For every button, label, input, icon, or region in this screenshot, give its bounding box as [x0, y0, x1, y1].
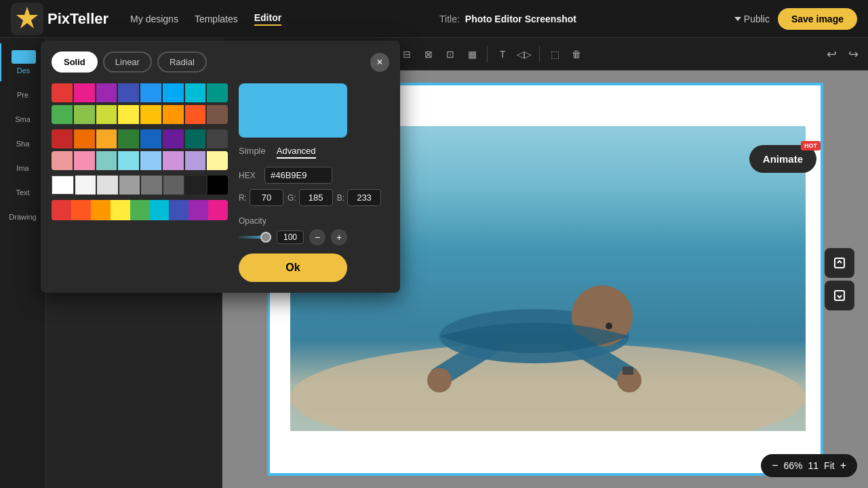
zoom-in-button[interactable]: +: [840, 460, 846, 472]
nav-my-designs[interactable]: My designs: [130, 14, 178, 24]
swatch-lightgreen[interactable]: [74, 105, 95, 124]
swatch-pastelcyan[interactable]: [118, 151, 139, 170]
swatch-lightblue[interactable]: [163, 83, 184, 102]
r-input[interactable]: [250, 189, 283, 206]
g-input[interactable]: [299, 189, 333, 206]
hex-input[interactable]: [264, 167, 332, 184]
swatch-purple[interactable]: [96, 83, 117, 102]
swatch-yellow[interactable]: [118, 105, 139, 124]
flip-tool[interactable]: ◁▷: [515, 45, 534, 64]
color-preview[interactable]: [239, 83, 347, 138]
align-right-tool[interactable]: ⊟: [397, 45, 416, 64]
swatch-darkred[interactable]: [52, 129, 73, 148]
b-box: B:: [337, 189, 381, 206]
expand-down-icon: [833, 289, 846, 302]
separator3: [539, 46, 540, 62]
opacity-increase-button[interactable]: +: [331, 229, 347, 245]
save-image-button[interactable]: Save image: [778, 8, 857, 30]
swatch-darkyellow[interactable]: [96, 129, 117, 148]
sidebar-item-drawing[interactable]: Drawing: [0, 206, 45, 228]
sidebar-item-shapes[interactable]: Sha: [0, 133, 45, 155]
swatch-gray500[interactable]: [119, 176, 140, 195]
swatch-pastelpurple[interactable]: [163, 151, 184, 170]
sidebar-item-smart[interactable]: Sma: [0, 108, 45, 130]
advanced-tab-link[interactable]: Advanced: [277, 146, 316, 159]
opacity-decrease-button[interactable]: −: [309, 229, 326, 245]
swatch-indigo[interactable]: [118, 83, 139, 102]
swatch-darkorange[interactable]: [74, 129, 95, 148]
swatch-gray300[interactable]: [97, 176, 118, 195]
swatch-pastelviolet[interactable]: [185, 151, 206, 170]
swatch-darkpurple[interactable]: [163, 129, 184, 148]
nav-templates[interactable]: Templates: [195, 14, 238, 24]
swatch-pink[interactable]: [74, 83, 95, 102]
swatch-lime[interactable]: [96, 105, 117, 124]
swatch-white[interactable]: [52, 176, 74, 195]
align-bottom-tool[interactable]: ▦: [462, 45, 481, 64]
redo-button[interactable]: ↪: [844, 45, 863, 64]
radial-tab[interactable]: Radial: [157, 52, 207, 73]
swatch-darkblue[interactable]: [140, 129, 161, 148]
gradient-swatch-row[interactable]: [52, 200, 228, 220]
text-tool[interactable]: T: [493, 45, 512, 64]
swatch-gray100[interactable]: [75, 176, 96, 195]
opacity-slider[interactable]: [239, 236, 271, 239]
opacity-label: Opacity: [239, 216, 267, 226]
swatch-tealdark[interactable]: [185, 129, 206, 148]
nav-editor[interactable]: Editor: [254, 12, 281, 26]
sidebar-item-smart-label: Sma: [3, 115, 43, 123]
undo-button[interactable]: ↩: [822, 45, 841, 64]
ok-button[interactable]: Ok: [239, 253, 347, 282]
swatch-gray700[interactable]: [163, 176, 184, 195]
expand-up-button[interactable]: [825, 248, 854, 278]
swatch-brown[interactable]: [207, 105, 228, 124]
sidebar-item-design[interactable]: Des: [0, 43, 45, 81]
opacity-input[interactable]: [277, 230, 304, 244]
color-picker: Solid Linear Radial ×: [41, 41, 400, 293]
b-label: B:: [337, 193, 344, 203]
nav-right: Public Save image: [734, 8, 857, 30]
sidebar-item-text[interactable]: Text: [0, 182, 45, 203]
zoom-out-button[interactable]: −: [772, 460, 778, 472]
swatch-pastelteal[interactable]: [96, 151, 117, 170]
linear-tab[interactable]: Linear: [103, 52, 152, 73]
expand-down-button[interactable]: [825, 281, 854, 310]
sidebar-item-preset[interactable]: Pre: [0, 84, 45, 106]
solid-tab[interactable]: Solid: [52, 52, 98, 73]
swatch-black[interactable]: [208, 176, 229, 195]
logo[interactable]: PixTeller: [11, 3, 108, 35]
swatch-amber[interactable]: [140, 105, 161, 124]
align-vcenter-tool[interactable]: ⊡: [441, 45, 460, 64]
swatch-deeporange[interactable]: [185, 105, 206, 124]
hex-label: HEX: [239, 171, 259, 180]
sidebar-item-images[interactable]: Ima: [0, 157, 45, 179]
simple-tab-link[interactable]: Simple: [239, 146, 266, 159]
public-label: Public: [744, 14, 770, 24]
swatch-green[interactable]: [52, 105, 73, 124]
sidebar-item-shapes-label: Sha: [3, 140, 43, 148]
swatch-pastelblue[interactable]: [140, 151, 161, 170]
public-button[interactable]: Public: [734, 14, 770, 24]
align-top-tool[interactable]: ⊠: [419, 45, 438, 64]
swatch-pastelpink[interactable]: [74, 151, 95, 170]
main-area: Des Pre Sma Sha Ima Text Drawing: [0, 38, 868, 488]
delete-tool[interactable]: 🗑: [567, 45, 586, 64]
swatch-teal[interactable]: [207, 83, 228, 102]
swatch-darkgreen[interactable]: [118, 129, 139, 148]
swatch-cyan[interactable]: [185, 83, 206, 102]
sidebar-item-text-label: Text: [3, 188, 43, 197]
logo-text: PixTeller: [47, 10, 108, 28]
swatch-pastelyellow[interactable]: [207, 151, 228, 170]
swatch-gray800[interactable]: [207, 129, 228, 148]
close-icon[interactable]: ×: [370, 53, 389, 72]
swatch-pastelred[interactable]: [52, 151, 73, 170]
swatch-red[interactable]: [52, 83, 73, 102]
swatch-gray600[interactable]: [141, 176, 162, 195]
swatch-blue[interactable]: [140, 83, 161, 102]
b-input[interactable]: [347, 189, 381, 206]
crop-tool[interactable]: ⬚: [545, 45, 564, 64]
animate-button[interactable]: Animate HOT: [749, 145, 816, 173]
swatch-orange[interactable]: [163, 105, 184, 124]
left-sidebar: Des Pre Sma Sha Ima Text Drawing: [0, 38, 46, 488]
swatch-gray900[interactable]: [185, 176, 206, 195]
